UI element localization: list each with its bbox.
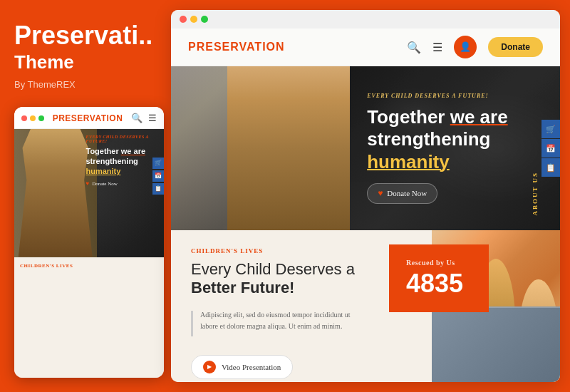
theme-subtitle: Theme: [14, 51, 157, 73]
hero-we-are-text: we are: [450, 106, 508, 128]
mobile-sidebar-doc[interactable]: 📋: [152, 183, 164, 195]
content-divider: Adipiscing elit, sed do eiusmod tempor i…: [191, 309, 369, 336]
nav-menu-icon[interactable]: ☰: [432, 41, 442, 54]
kids-photo2: [432, 306, 560, 383]
mobile-sidebar-cart[interactable]: 🛒: [152, 158, 164, 169]
website-brand: Preservation: [188, 41, 285, 53]
video-presentation-button[interactable]: ▶ Video Presentation: [191, 355, 293, 379]
mobile-donate-button[interactable]: ♥ Donate Now: [86, 180, 160, 187]
mobile-hero-strengthening: strengthening: [86, 157, 138, 165]
mobile-hero-together: Together: [86, 147, 121, 155]
browser-dot-yellow: [190, 16, 197, 23]
content-title-line2: Better Future!: [191, 279, 294, 296]
website-nav: Preservation 🔍 ☰ 👤 Donate: [171, 29, 560, 66]
mobile-children-lives: Children's Lives: [20, 263, 158, 269]
mobile-nav-icons: 🔍 ☰: [131, 113, 157, 124]
hero-sidebar-doc[interactable]: 📋: [542, 158, 560, 177]
stats-box: Rescued by Us 4835: [389, 244, 489, 312]
nav-profile-icon[interactable]: 👤: [454, 36, 477, 58]
hero-right: Every Child Deserves a Future! Together …: [350, 66, 560, 230]
hero-donate-button[interactable]: ♥ Donate Now: [367, 183, 437, 204]
mobile-mockup: Preservation 🔍 ☰ Every Child Deserves a …: [14, 107, 164, 378]
content-right: Rescued by Us 4835: [389, 230, 560, 382]
mobile-heart-icon: ♥: [86, 180, 90, 187]
mobile-dot-red: [21, 115, 27, 121]
hero-photo: [171, 66, 358, 230]
website-hero: Every Child Deserves a Future! Together …: [171, 66, 560, 230]
hero-heart-icon: ♥: [378, 188, 383, 199]
video-label: Video Presentation: [222, 363, 281, 371]
browser-bar: [171, 10, 560, 29]
hero-content: Every Child Deserves a Future! Together …: [367, 93, 507, 204]
mobile-sidebar-cal[interactable]: 📅: [152, 170, 164, 182]
mobile-nav-brand: Preservation: [53, 113, 123, 123]
right-panel: Preservation 🔍 ☰ 👤 Donate E: [171, 10, 560, 382]
mobile-hero-content: Every Child Deserves a Future! Together …: [82, 129, 165, 193]
mobile-bottom-section: Children's Lives: [14, 257, 164, 378]
nav-profile-symbol: 👤: [460, 41, 471, 53]
mobile-hero-we-are: we are: [121, 147, 145, 155]
mobile-tagline: Every Child Deserves a Future!: [86, 135, 160, 143]
mobile-dot-yellow: [30, 115, 36, 121]
mobile-search-icon[interactable]: 🔍: [131, 113, 142, 124]
website-container: Preservation 🔍 ☰ 👤 Donate E: [171, 29, 560, 382]
browser-dots: [180, 16, 208, 23]
content-title-line1: Every Child Deserves a: [191, 260, 355, 278]
stats-label: Rescued by Us: [406, 259, 472, 267]
hero-donate-label: Donate Now: [387, 189, 427, 197]
theme-title: Preservati..: [14, 21, 157, 50]
nav-donate-button[interactable]: Donate: [488, 37, 543, 57]
left-panel: Preservati.. Theme By ThemeREX Preservat…: [0, 0, 171, 392]
hero-sidebar-icons: 🛒 📅 📋: [542, 120, 560, 177]
hero-humanity-text: humanity: [367, 151, 450, 172]
video-play-icon: ▶: [203, 361, 216, 373]
mobile-hero-humanity: humanity: [86, 167, 121, 175]
browser-dot-red: [180, 16, 187, 23]
content-title: Every Child Deserves a Better Future!: [191, 260, 369, 298]
about-us-text: ABOUT US: [532, 172, 539, 216]
content-description: Adipiscing elit, sed do eiusmod tempor i…: [200, 309, 369, 332]
browser-dot-green: [201, 16, 208, 23]
mobile-donate-label: Donate Now: [92, 181, 118, 187]
mobile-dots: [21, 115, 44, 121]
hero-sidebar-cart[interactable]: 🛒: [542, 120, 560, 138]
website-content: Children's Lives Every Child Deserves a …: [171, 230, 560, 382]
content-divider-line: [191, 311, 193, 336]
about-us-curve: ABOUT US: [532, 172, 539, 216]
theme-by: By ThemeREX: [14, 79, 157, 90]
content-left: Children's Lives Every Child Deserves a …: [171, 230, 389, 382]
mobile-hero: Every Child Deserves a Future! Together …: [14, 129, 164, 257]
mobile-top-bar: Preservation 🔍 ☰: [14, 107, 164, 129]
stats-number: 4835: [406, 269, 472, 298]
mobile-menu-icon[interactable]: ☰: [148, 113, 157, 124]
nav-search-icon[interactable]: 🔍: [407, 41, 421, 54]
hero-left-image: [171, 66, 358, 230]
mobile-hero-title: Together we are strengthening humanity: [86, 146, 160, 177]
hero-strengthening-text: strengthening: [367, 128, 490, 150]
mobile-dot-green: [38, 115, 44, 121]
mobile-sidebar-icons: 🛒 📅 📋: [152, 158, 164, 195]
hero-title: Together we are strengthening humanity: [367, 106, 507, 173]
hero-sidebar-cal[interactable]: 📅: [542, 139, 560, 158]
website-nav-right: 🔍 ☰ 👤 Donate: [407, 36, 543, 58]
hero-tagline: Every Child Deserves a Future!: [367, 93, 507, 99]
hero-photo-person: [227, 66, 358, 230]
hero-together-text: Together: [367, 106, 450, 128]
content-tag: Children's Lives: [191, 247, 369, 254]
